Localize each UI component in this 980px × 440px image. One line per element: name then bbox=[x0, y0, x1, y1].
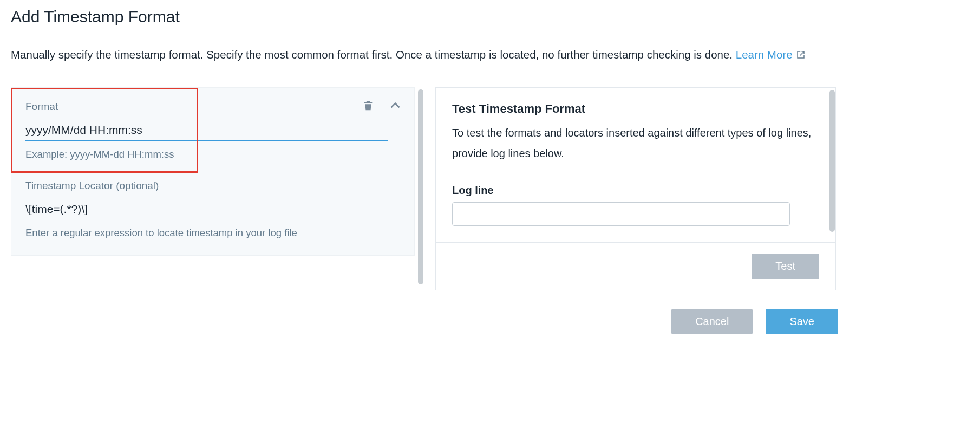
page-footer: Cancel Save bbox=[11, 309, 838, 334]
page-title: Add Timestamp Format bbox=[11, 8, 969, 26]
external-link-icon bbox=[796, 46, 806, 55]
log-line-input[interactable] bbox=[452, 202, 790, 226]
format-label: Format bbox=[25, 101, 400, 113]
format-panel-wrap: Format Example: yyyy-MM-dd HH:mm:ss Time… bbox=[11, 87, 415, 256]
panel-actions bbox=[362, 99, 402, 113]
locator-input[interactable] bbox=[25, 202, 388, 219]
format-panel: Format Example: yyyy-MM-dd HH:mm:ss Time… bbox=[11, 87, 415, 256]
right-scrollbar[interactable] bbox=[829, 90, 835, 232]
test-description: To test the formats and locators inserte… bbox=[452, 122, 819, 164]
log-line-label: Log line bbox=[452, 184, 819, 197]
format-field-group: Format Example: yyyy-MM-dd HH:mm:ss bbox=[25, 101, 400, 160]
left-scrollbar[interactable] bbox=[418, 89, 423, 284]
test-panel-wrap: Test Timestamp Format To test the format… bbox=[435, 87, 836, 290]
save-button[interactable]: Save bbox=[766, 309, 838, 334]
locator-helper: Enter a regular expression to locate tim… bbox=[25, 227, 400, 239]
delete-icon[interactable] bbox=[362, 99, 374, 112]
test-button[interactable]: Test bbox=[752, 254, 819, 279]
test-title: Test Timestamp Format bbox=[452, 102, 819, 116]
test-panel-footer: Test bbox=[436, 242, 835, 290]
description-text: Manually specify the timestamp format. S… bbox=[11, 48, 736, 61]
format-example: Example: yyyy-MM-dd HH:mm:ss bbox=[25, 148, 400, 160]
page-description: Manually specify the timestamp format. S… bbox=[11, 44, 969, 66]
locator-label: Timestamp Locator (optional) bbox=[25, 180, 400, 192]
locator-field-group: Timestamp Locator (optional) Enter a reg… bbox=[25, 180, 400, 239]
test-panel: Test Timestamp Format To test the format… bbox=[435, 87, 836, 290]
chevron-up-icon[interactable] bbox=[388, 99, 402, 113]
panels-row: Format Example: yyyy-MM-dd HH:mm:ss Time… bbox=[11, 87, 969, 290]
format-input[interactable] bbox=[25, 122, 388, 141]
learn-more-link[interactable]: Learn More bbox=[736, 48, 806, 61]
cancel-button[interactable]: Cancel bbox=[671, 309, 753, 334]
